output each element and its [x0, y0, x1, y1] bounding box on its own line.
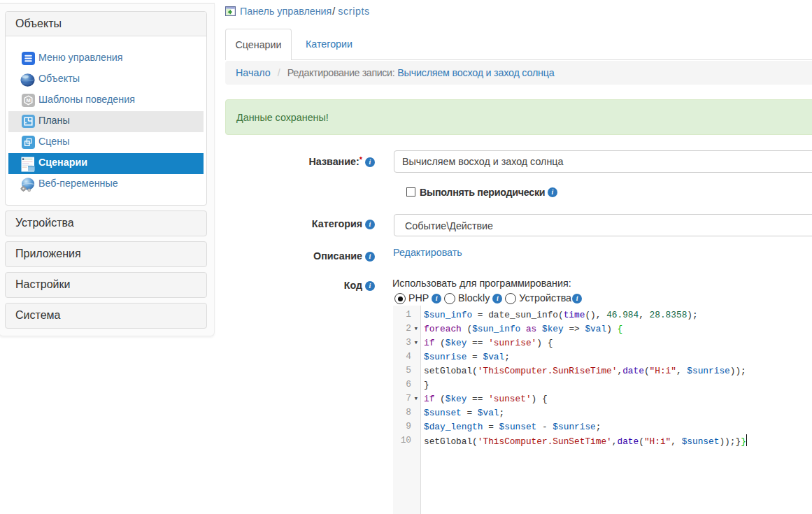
svg-text:M: M	[26, 97, 30, 103]
